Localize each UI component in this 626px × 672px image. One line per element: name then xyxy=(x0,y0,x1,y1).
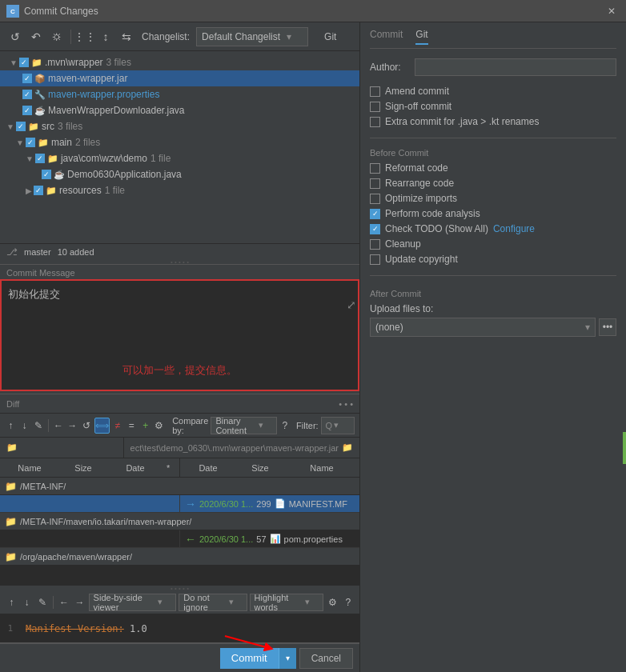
tree-checkbox[interactable]: ✓ xyxy=(16,122,26,131)
tree-item[interactable]: ▼ ✓ 📁 src 3 files xyxy=(0,118,359,134)
diff-expand[interactable]: • • • xyxy=(339,399,353,409)
diff-title: Diff xyxy=(6,399,19,409)
right-folder-icon[interactable]: 📁 xyxy=(342,442,353,453)
git-tab[interactable]: Git xyxy=(318,28,343,46)
extra-commit-option[interactable]: Extra commit for .java > .kt renames xyxy=(370,116,616,127)
diff-file-row[interactable]: ← 2020/6/30 1... 57 📊 pom.properties xyxy=(0,530,359,548)
cleanup-checkbox[interactable] xyxy=(370,239,380,250)
commit-message-input[interactable]: 初始化提交 xyxy=(0,279,359,391)
bottom-back-btn[interactable]: ← xyxy=(58,594,70,610)
tree-item[interactable]: ✓ 📦 maven-wrapper.jar xyxy=(0,70,359,86)
tree-expand-icon[interactable]: ▼ xyxy=(26,154,34,163)
tree-expand-icon[interactable]: ▶ xyxy=(26,186,32,195)
settings-btn[interactable]: ⛭ xyxy=(48,28,66,46)
upload-dropdown[interactable]: (none) ▾ xyxy=(370,318,596,337)
diff-section: Diff • • • ↑ ↓ ✎ ← → ↺ ⟺ ≠ = + ⚙ xyxy=(0,394,359,586)
bottom-help-btn[interactable]: ? xyxy=(342,594,355,610)
rearrange-checkbox[interactable] xyxy=(370,178,380,189)
diff-file-row[interactable]: → 2020/6/30 1... 299 📄 MANIFEST.MF xyxy=(0,495,359,513)
tree-checkbox[interactable]: ✓ xyxy=(19,58,29,67)
amend-checkbox[interactable] xyxy=(370,86,380,97)
move-btn[interactable]: ⇆ xyxy=(118,28,135,46)
col-star-left: * xyxy=(163,463,179,473)
bottom-up-btn[interactable]: ↑ xyxy=(5,594,18,610)
viewer-dropdown[interactable]: Side-by-side viewer ▾ xyxy=(89,594,177,611)
right-panel: Commit Git Author: Amend commit Sign-off… xyxy=(360,22,626,672)
left-path-icon[interactable]: 📁 xyxy=(6,442,18,453)
diff-equal-btn[interactable]: = xyxy=(126,418,137,434)
sync-btn[interactable]: ↺ xyxy=(80,418,91,434)
filter-input[interactable]: Q▾ xyxy=(321,417,355,434)
expand-icon[interactable]: ⤢ xyxy=(347,298,356,311)
before-commit-section: Before Commit Reformat code Rearrange co… xyxy=(370,145,616,269)
compare-help[interactable]: ? xyxy=(279,418,291,434)
sort-btn[interactable]: ↕ xyxy=(97,28,114,46)
close-button[interactable]: ✕ xyxy=(604,3,620,19)
tree-checkbox[interactable]: ✓ xyxy=(35,154,45,163)
tree-item[interactable]: ▼ ✓ 📁 .mvn\wrapper 3 files xyxy=(0,54,359,70)
configure-link[interactable]: Configure xyxy=(493,223,535,234)
checktodo-checkbox[interactable]: ✓ xyxy=(370,224,380,234)
edit-btn[interactable]: ✎ xyxy=(33,418,44,434)
upload-row: (none) ▾ ••• xyxy=(370,318,616,337)
analyze-checkbox[interactable]: ✓ xyxy=(370,209,380,219)
bottom-gear-btn[interactable]: ⚙ xyxy=(326,594,339,610)
signoff-checkbox[interactable] xyxy=(370,102,380,112)
compare-dropdown[interactable]: Binary Content ▾ xyxy=(211,417,276,434)
copyright-checkbox[interactable] xyxy=(370,254,380,265)
bottom-forward-btn[interactable]: → xyxy=(73,594,86,610)
tree-item[interactable]: ▼ ✓ 📁 main 2 files xyxy=(0,134,359,150)
author-input[interactable] xyxy=(415,58,616,76)
diff-view-btn[interactable]: ⟺ xyxy=(94,418,110,434)
tree-expand-icon[interactable]: ▼ xyxy=(16,138,24,147)
tree-checkbox[interactable]: ✓ xyxy=(26,138,35,147)
prev-change-btn[interactable]: ↑ xyxy=(5,418,16,434)
copyright-option[interactable]: Update copyright xyxy=(370,254,616,265)
optimize-option[interactable]: Optimize imports xyxy=(370,193,616,204)
diff-plus-btn[interactable]: + xyxy=(139,418,150,434)
highlight-dropdown[interactable]: Highlight words ▾ xyxy=(250,594,324,611)
tree-item[interactable]: ✓ 🔧 maven-wrapper.properties xyxy=(0,86,359,102)
bottom-action-bar: Commit ▾ Cancel xyxy=(0,643,359,672)
tree-checkbox[interactable]: ✓ xyxy=(34,186,43,195)
cleanup-option[interactable]: Cleanup xyxy=(370,238,616,250)
tree-expand-icon[interactable]: ▼ xyxy=(10,58,18,67)
tree-expand-icon[interactable]: ▼ xyxy=(6,122,14,131)
tree-item[interactable]: ▼ ✓ 📁 java\com\wzw\demo 1 file xyxy=(0,150,359,166)
undo-btn[interactable]: ↶ xyxy=(27,28,45,46)
back-btn[interactable]: ← xyxy=(53,418,64,434)
diff-mode-btn[interactable]: ≠ xyxy=(112,418,123,434)
tab-commit[interactable]: Commit xyxy=(370,29,403,45)
signoff-option[interactable]: Sign-off commit xyxy=(370,101,616,112)
reformat-checkbox[interactable] xyxy=(370,163,380,174)
bottom-edit-btn[interactable]: ✎ xyxy=(36,594,49,610)
next-change-btn[interactable]: ↓ xyxy=(18,418,30,434)
extra-commit-checkbox[interactable] xyxy=(370,117,380,127)
tree-item[interactable]: ✓ ☕ Demo0630Application.java xyxy=(0,166,359,182)
tree-item-count: 1 file xyxy=(105,185,125,196)
tree-item[interactable]: ▶ ✓ 📁 resources 1 file xyxy=(0,182,359,198)
tree-checkbox[interactable]: ✓ xyxy=(22,90,32,99)
ignore-dropdown[interactable]: Do not ignore ▾ xyxy=(179,594,247,611)
reformat-option[interactable]: Reformat code xyxy=(370,162,616,174)
rearrange-label: Rearrange code xyxy=(385,178,454,189)
bottom-down-btn[interactable]: ↓ xyxy=(20,594,33,610)
optimize-checkbox[interactable] xyxy=(370,194,380,204)
status-bar: ⎇ master 10 added xyxy=(0,243,359,259)
tree-item[interactable]: ✓ ☕ MavenWrapperDownloader.java xyxy=(0,102,359,118)
tree-checkbox[interactable]: ✓ xyxy=(22,74,32,83)
cancel-button[interactable]: Cancel xyxy=(299,648,353,669)
upload-more-btn[interactable]: ••• xyxy=(599,318,616,336)
amend-option[interactable]: Amend commit xyxy=(370,86,616,97)
rearrange-option[interactable]: Rearrange code xyxy=(370,178,616,189)
group-btn[interactable]: ⋮⋮ xyxy=(76,28,94,46)
refresh-btn[interactable]: ↺ xyxy=(6,28,24,46)
tree-checkbox[interactable]: ✓ xyxy=(22,106,32,115)
changelist-dropdown[interactable]: Default Changelist ▾ xyxy=(196,27,308,46)
checktodo-option[interactable]: ✓ Check TODO (Show All) Configure xyxy=(370,223,616,234)
analyze-option[interactable]: ✓ Perform code analysis xyxy=(370,208,616,219)
tree-checkbox[interactable]: ✓ xyxy=(42,170,51,179)
tab-git[interactable]: Git xyxy=(415,29,427,45)
diff-settings-btn[interactable]: ⚙ xyxy=(154,418,165,434)
forward-btn[interactable]: → xyxy=(66,418,78,434)
